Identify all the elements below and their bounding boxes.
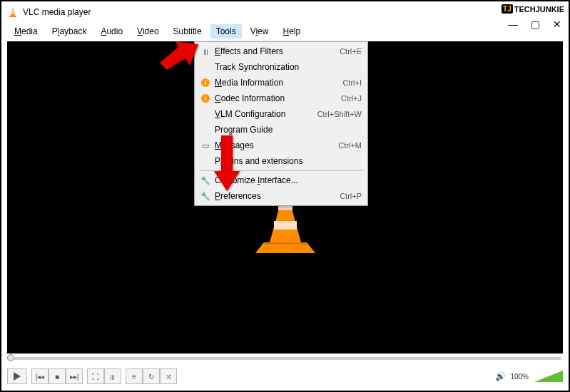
- menu-item-track-synchronization[interactable]: Track Synchronization: [195, 59, 367, 75]
- svg-marker-12: [14, 372, 21, 381]
- menu-bar: MediaPlaybackAudioVideoSubtitleToolsView…: [1, 23, 569, 40]
- menu-item-vlm-configuration[interactable]: VLM ConfigurationCtrl+Shift+W: [195, 106, 367, 122]
- fullscreen-button[interactable]: ⛶: [87, 368, 104, 384]
- shuffle-button[interactable]: ⤭: [160, 368, 177, 384]
- menu-item-media-information[interactable]: iMedia InformationCtrl+I: [195, 75, 367, 91]
- menu-view[interactable]: View: [245, 24, 275, 38]
- svg-marker-0: [11, 7, 15, 16]
- prev-button[interactable]: |◂◂: [31, 368, 49, 384]
- annotation-arrow-preferences: [213, 135, 241, 192]
- play-button[interactable]: [7, 368, 27, 384]
- seek-thumb[interactable]: [7, 354, 14, 361]
- menu-help[interactable]: Help: [277, 24, 306, 38]
- title-bar: VLC media player: [1, 1, 569, 23]
- seek-bar[interactable]: [9, 355, 561, 362]
- playback-controls: |◂◂ ■ ▸▸| ⛶ ⫼ ≡ ↻ ⤭ 🔊 100%: [7, 366, 563, 386]
- msg-icon: ▭: [199, 141, 212, 150]
- svg-marker-11: [214, 135, 240, 191]
- svg-rect-3: [9, 16, 16, 17]
- vlc-cone-icon: [7, 6, 19, 18]
- annotation-arrow-tools: [157, 38, 200, 70]
- menu-item-effects-and-filters[interactable]: ⫼Effects and FiltersCtrl+E: [195, 43, 367, 59]
- menu-playback[interactable]: Playback: [46, 24, 93, 38]
- menu-media[interactable]: Media: [9, 24, 44, 38]
- svg-marker-14: [534, 371, 563, 382]
- menu-video[interactable]: Video: [131, 24, 164, 38]
- wrench-icon: 🔧: [199, 176, 212, 185]
- svg-marker-10: [160, 41, 198, 70]
- volume-label: 100%: [510, 373, 529, 381]
- stop-button[interactable]: ■: [49, 368, 66, 384]
- wrench-icon: 🔧: [199, 192, 212, 201]
- svg-marker-9: [264, 242, 307, 244]
- sliders-icon: ⫼: [199, 47, 212, 56]
- loop-button[interactable]: ↻: [143, 368, 160, 384]
- minimize-button[interactable]: —: [508, 19, 518, 30]
- info-icon: i: [199, 78, 212, 87]
- watermark-text: TECHJUNKIE: [514, 5, 564, 14]
- svg-rect-1: [12, 10, 14, 11]
- menu-tools[interactable]: Tools: [210, 24, 242, 38]
- maximize-button[interactable]: ▢: [531, 19, 540, 30]
- watermark-badge: TJ: [502, 4, 513, 14]
- info-icon: i: [199, 94, 212, 103]
- menu-subtitle[interactable]: Subtitle: [168, 24, 208, 38]
- speaker-icon[interactable]: 🔊: [495, 371, 506, 381]
- svg-rect-7: [274, 221, 297, 229]
- volume-slider[interactable]: [534, 371, 563, 382]
- menu-audio[interactable]: Audio: [95, 24, 128, 38]
- extended-settings-button[interactable]: ⫼: [104, 368, 121, 384]
- next-button[interactable]: ▸▸|: [66, 368, 83, 384]
- playlist-button[interactable]: ≡: [126, 368, 143, 384]
- close-button[interactable]: ✕: [553, 19, 561, 30]
- window-title: VLC media player: [23, 7, 563, 17]
- window-controls: — ▢ ✕: [508, 19, 561, 30]
- svg-rect-2: [11, 13, 15, 14]
- menu-item-codec-information[interactable]: iCodec InformationCtrl+J: [195, 91, 367, 106]
- watermark: TJ TECHJUNKIE: [502, 4, 564, 14]
